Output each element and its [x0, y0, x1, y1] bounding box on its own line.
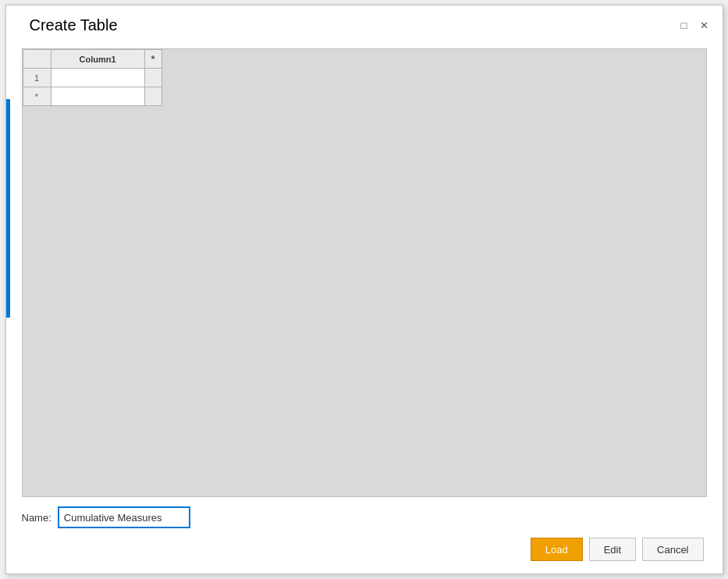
cell-1-1[interactable]	[51, 69, 144, 87]
window-controls: □ ✕	[676, 17, 713, 34]
close-button[interactable]: ✕	[696, 17, 713, 34]
title-bar: Create Table □ ✕	[6, 5, 723, 42]
left-accent-bar	[6, 99, 10, 318]
name-row: Name:	[22, 506, 707, 528]
create-table-dialog: Create Table □ ✕ Column1 * 1	[5, 5, 723, 574]
data-grid: Column1 * 1 *	[23, 49, 162, 106]
dialog-content: Column1 * 1 *	[6, 42, 723, 574]
load-button[interactable]: Load	[531, 538, 583, 561]
edit-button[interactable]: Edit	[589, 538, 636, 561]
column-header-1[interactable]: Column1	[51, 50, 144, 69]
table-row: 1	[23, 69, 162, 87]
cell-1-new	[144, 69, 162, 87]
name-input[interactable]	[58, 506, 190, 528]
cancel-button[interactable]: Cancel	[642, 538, 703, 561]
table-area: Column1 * 1 *	[22, 48, 707, 497]
cell-new-new	[144, 87, 162, 106]
button-row: Load Edit Cancel	[22, 538, 707, 561]
dialog-title: Create Table	[30, 16, 118, 34]
add-column-header[interactable]: *	[144, 50, 162, 69]
cell-new-1[interactable]	[51, 87, 144, 106]
new-row-marker: *	[23, 87, 51, 106]
name-label: Name:	[22, 512, 51, 524]
row-header-empty	[23, 50, 51, 69]
bottom-area: Name: Load Edit Cancel	[22, 506, 707, 561]
row-number-1: 1	[23, 69, 51, 87]
minimize-button[interactable]: □	[676, 17, 693, 34]
table-new-row: *	[23, 87, 162, 106]
